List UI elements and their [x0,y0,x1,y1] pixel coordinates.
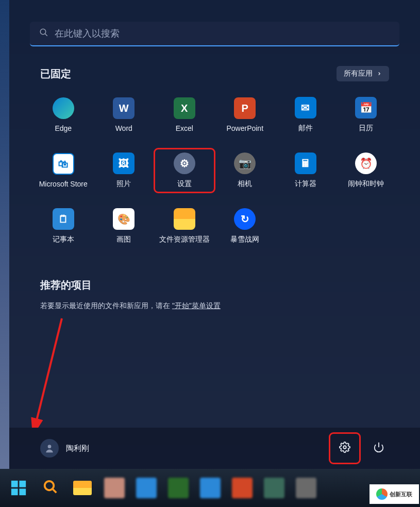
taskbar-app-6[interactable] [262,476,287,500]
app-word[interactable]: WWord [95,94,154,136]
blurred-icon [200,478,221,498]
blurred-icon [168,478,189,498]
app-calculator[interactable]: 🖩计算器 [276,149,335,192]
recommended-hint-text: 若要显示最近使用的文件和新应用，请在 [40,301,172,310]
app-mail[interactable]: ✉邮件 [276,94,335,136]
app-notepad[interactable]: 🗒记事本 [34,205,93,247]
app-label: Word [115,124,132,132]
app-powerpoint[interactable]: PPowerPoint [216,94,275,136]
search-icon [39,28,48,39]
app-microsoft-store[interactable]: 🛍Microsoft Store [34,149,93,192]
app-label: Edge [55,124,72,132]
pinned-header: 已固定 所有应用 [40,66,389,81]
search-input[interactable] [55,28,390,39]
taskbar [0,469,420,507]
taskbar-file-explorer-button[interactable] [70,476,95,500]
app-calendar-icon: 📅 [355,97,377,119]
taskbar-app-2[interactable] [134,476,159,500]
app-file-explorer[interactable]: 文件资源管理器 [155,205,214,247]
watermark: 创新互联 [369,484,419,504]
taskbar-app-3[interactable] [166,476,191,500]
svg-point-2 [48,445,52,448]
app-label: Excel [176,124,193,132]
app-mail-icon: ✉ [295,97,316,119]
app-powerpoint-icon: P [234,97,256,119]
app-photos-icon: 🖼 [113,153,135,174]
app-excel-icon: X [174,97,195,119]
blurred-icon [104,478,125,498]
search-bar[interactable] [30,22,399,46]
app-calendar[interactable]: 📅日历 [337,94,396,136]
start-menu-panel: 已固定 所有应用 EdgeWWordXExcelPPowerPoint✉邮件📅日… [9,0,420,469]
svg-line-5 [36,318,62,422]
app-label: 日历 [359,124,373,133]
start-menu-settings-link[interactable]: "开始"菜单设置 [172,301,221,310]
app-camera-icon: 📷 [234,153,256,174]
svg-point-0 [40,29,46,35]
app-notepad-icon: 🗒 [53,208,74,230]
app-settings[interactable]: ⚙设置 [155,149,214,192]
user-account-button[interactable]: 陶利刚 [40,439,89,458]
app-label: PowerPoint [226,124,263,132]
taskbar-search-button[interactable] [38,476,63,500]
app-excel[interactable]: XExcel [155,94,214,136]
svg-rect-6 [11,481,18,487]
blurred-icon [136,478,157,498]
blurred-icon [264,478,284,498]
annotation-arrow [30,314,71,428]
app-edge[interactable]: Edge [34,94,93,136]
avatar [40,439,59,458]
recommended-section: 推荐的项目 若要显示最近使用的文件和新应用，请在 "开始"菜单设置 [40,278,389,311]
taskbar-app-4[interactable] [198,476,223,500]
app-label: 画图 [116,235,131,244]
app-label: 照片 [116,179,131,189]
recommended-title: 推荐的项目 [40,278,389,292]
all-apps-button[interactable]: 所有应用 [337,66,389,81]
app-alarms-clock[interactable]: ⏰闹钟和时钟 [337,149,396,192]
app-settings-icon: ⚙ [174,153,195,174]
chevron-right-icon [377,70,382,78]
watermark-text: 创新互联 [390,491,412,498]
pinned-apps-grid: EdgeWWordXExcelPPowerPoint✉邮件📅日历🛍Microso… [34,94,395,247]
app-paint[interactable]: 🎨画图 [95,205,154,247]
power-button[interactable] [368,438,389,459]
app-label: 记事本 [53,235,74,244]
taskbar-start-button[interactable] [6,476,31,500]
app-word-icon: W [113,97,135,119]
pinned-title: 已固定 [40,67,71,81]
app-paint-icon: 🎨 [113,208,135,230]
app-label: 相机 [238,179,252,189]
app-label: 设置 [177,179,192,189]
app-label: 邮件 [298,124,313,133]
start-menu-footer: 陶利刚 [9,428,420,469]
app-label: 闹钟和时钟 [348,179,384,189]
svg-point-3 [343,446,346,449]
recommended-hint: 若要显示最近使用的文件和新应用，请在 "开始"菜单设置 [40,301,389,311]
svg-line-11 [53,489,57,493]
app-photos[interactable]: 🖼照片 [95,149,154,192]
blurred-icon [296,478,316,498]
svg-rect-7 [19,481,26,487]
blurred-icon [232,478,253,498]
app-label: Microsoft Store [39,180,88,188]
app-file-explorer-icon [174,208,195,230]
app-label: 文件资源管理器 [159,235,210,244]
taskbar-app-7[interactable] [294,476,318,500]
app-calculator-icon: 🖩 [295,153,316,174]
folder-icon [73,481,92,495]
app-alarms-clock-icon: ⏰ [355,153,377,174]
settings-button[interactable] [330,434,359,463]
footer-right [330,434,389,463]
svg-rect-9 [19,488,26,495]
svg-rect-8 [11,488,18,495]
app-battlenet[interactable]: ↻暴雪战网 [216,205,275,247]
gear-icon [339,442,350,455]
taskbar-app-5[interactable] [230,476,255,500]
app-camera[interactable]: 📷相机 [216,149,275,192]
app-microsoft-store-icon: 🛍 [53,153,74,175]
svg-point-10 [45,481,54,491]
taskbar-app-1[interactable] [102,476,127,500]
app-label: 暴雪战网 [230,235,259,244]
username-label: 陶利刚 [66,444,89,453]
app-battlenet-icon: ↻ [234,208,256,230]
